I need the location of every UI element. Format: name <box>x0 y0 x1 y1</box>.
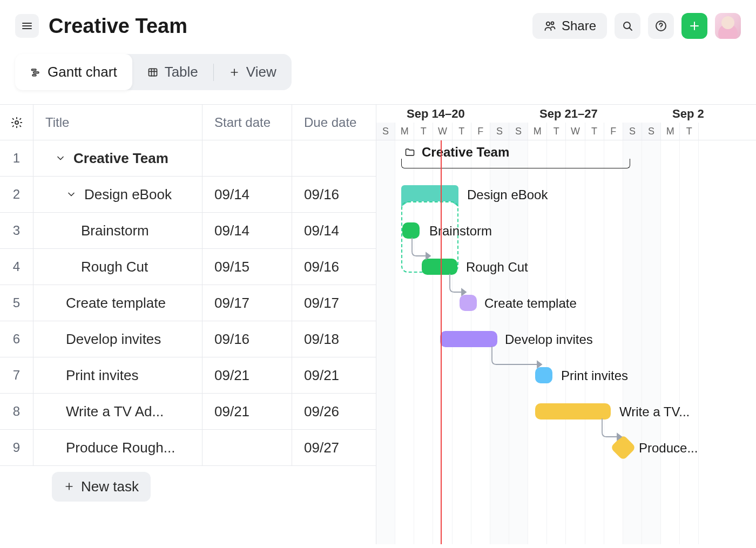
week-label-1[interactable]: Sep 14–20 <box>407 107 465 121</box>
svg-rect-13 <box>32 75 36 76</box>
start-date-cell[interactable]: 09/16 <box>202 321 292 357</box>
row-number: 1 <box>0 140 33 176</box>
start-date-cell[interactable] <box>202 430 292 465</box>
gantt-bar-brainstorm[interactable] <box>402 222 420 239</box>
task-title: Rough Cut <box>81 259 148 275</box>
col-header-start[interactable]: Start date <box>202 105 292 140</box>
dependency-arrow <box>448 274 469 299</box>
search-icon <box>621 19 634 32</box>
due-date-cell[interactable]: 09/26 <box>292 394 375 429</box>
avatar[interactable] <box>715 13 741 39</box>
svg-point-8 <box>660 28 661 29</box>
task-title-cell[interactable]: Write a TV Ad... <box>33 394 202 429</box>
row-number: 3 <box>0 213 33 248</box>
svg-marker-25 <box>537 361 542 368</box>
hamburger-icon <box>21 19 33 32</box>
due-date-cell[interactable]: 09/27 <box>292 430 375 465</box>
task-title: Produce Rough... <box>66 439 175 456</box>
timeline-day-header: M <box>528 123 547 140</box>
view-tabs: Gantt chart Table View <box>15 54 292 90</box>
start-date-cell[interactable]: 09/17 <box>202 285 292 321</box>
chevron-down-icon <box>66 189 77 200</box>
start-date-cell[interactable]: 09/21 <box>202 357 292 393</box>
svg-marker-26 <box>617 434 622 440</box>
folder-icon <box>404 147 415 158</box>
gantt-group-label[interactable]: Creative Team <box>404 145 509 160</box>
timeline-day-header: F <box>471 123 490 140</box>
start-date-cell[interactable]: 09/14 <box>202 177 292 212</box>
week-label-3[interactable]: Sep 2 <box>672 107 704 121</box>
due-date-cell[interactable]: 09/16 <box>292 249 375 285</box>
due-date-cell[interactable]: 09/16 <box>292 177 375 212</box>
chevron-down-icon <box>55 153 66 164</box>
timeline-day-header: S <box>642 123 661 140</box>
due-date-cell[interactable]: 09/21 <box>292 357 375 393</box>
gantt-bar-develop-invites[interactable] <box>440 331 497 347</box>
svg-rect-11 <box>32 69 36 71</box>
timeline-day-header: T <box>680 123 699 140</box>
timeline-day-header: S <box>623 123 642 140</box>
task-title-cell[interactable]: Develop invites <box>33 321 202 357</box>
search-button[interactable] <box>615 13 640 39</box>
gantt-label-create-template: Create template <box>484 296 577 311</box>
table-settings-button[interactable] <box>0 105 33 140</box>
tab-gantt[interactable]: Gantt chart <box>15 54 132 90</box>
gear-icon <box>10 116 23 129</box>
tab-table-label: Table <box>165 64 198 80</box>
col-header-title[interactable]: Title <box>33 105 202 140</box>
gantt-timeline: Sep 14–20 Sep 21–27 Sep 2 SMTWTFSSMTWTFS… <box>376 105 756 544</box>
add-button[interactable] <box>681 13 707 39</box>
help-icon <box>654 19 667 32</box>
tab-table[interactable]: Table <box>132 54 213 90</box>
due-date-cell[interactable]: 09/17 <box>292 285 375 321</box>
page-title: Creative Team <box>49 15 523 38</box>
gantt-label-produce: Produce... <box>639 441 698 456</box>
gantt-label-print-invites: Print invites <box>561 368 628 383</box>
svg-point-3 <box>546 22 550 25</box>
col-header-due[interactable]: Due date <box>292 105 375 140</box>
timeline-day-header: T <box>585 123 604 140</box>
gantt-bar-design-ebook[interactable] <box>401 185 458 201</box>
gantt-icon <box>30 67 41 78</box>
task-table: Title Start date Due date 1Creative Team… <box>0 105 376 544</box>
new-task-label: New task <box>81 478 139 495</box>
task-title-cell[interactable]: Create template <box>33 285 202 321</box>
task-title: Creative Team <box>73 150 168 167</box>
row-number: 6 <box>0 321 33 357</box>
plus-icon <box>64 481 75 492</box>
due-date-cell[interactable]: 09/14 <box>292 213 375 248</box>
row-number: 8 <box>0 394 33 429</box>
svg-point-4 <box>551 22 554 25</box>
table-row: 7Print invites09/2109/21 <box>0 357 376 394</box>
row-number: 5 <box>0 285 33 321</box>
tab-add-view-label: View <box>246 64 276 80</box>
gantt-label-rough-cut: Rough Cut <box>466 260 528 275</box>
svg-marker-23 <box>426 253 430 259</box>
start-date-cell[interactable]: 09/14 <box>202 213 292 248</box>
timeline-day-header: W <box>566 123 585 140</box>
due-date-cell[interactable] <box>292 140 375 176</box>
table-row: 5Create template09/1709/17 <box>0 285 376 321</box>
task-title: Brainstorm <box>81 222 149 239</box>
gantt-bar-write-tv-ad[interactable] <box>535 403 611 420</box>
start-date-cell[interactable]: 09/21 <box>202 394 292 429</box>
due-date-cell[interactable]: 09/18 <box>292 321 375 357</box>
share-button[interactable]: Share <box>532 13 607 39</box>
task-title-cell[interactable]: Brainstorm <box>33 213 202 248</box>
table-row: 2Design eBook09/1409/16 <box>0 177 376 213</box>
week-label-2[interactable]: Sep 21–27 <box>539 107 598 121</box>
task-title-cell[interactable]: Creative Team <box>33 140 202 176</box>
menu-button[interactable] <box>15 14 39 38</box>
help-button[interactable] <box>648 13 674 39</box>
task-title-cell[interactable]: Design eBook <box>33 177 202 212</box>
new-task-button[interactable]: New task <box>52 472 151 502</box>
plus-icon <box>229 67 240 78</box>
start-date-cell[interactable] <box>202 140 292 176</box>
dependency-arrow <box>490 346 544 371</box>
task-title-cell[interactable]: Rough Cut <box>33 249 202 285</box>
timeline-header: Sep 14–20 Sep 21–27 Sep 2 SMTWTFSSMTWTFS… <box>376 105 756 140</box>
task-title-cell[interactable]: Print invites <box>33 357 202 393</box>
task-title-cell[interactable]: Produce Rough... <box>33 430 202 465</box>
start-date-cell[interactable]: 09/15 <box>202 249 292 285</box>
tab-add-view[interactable]: View <box>214 54 292 90</box>
